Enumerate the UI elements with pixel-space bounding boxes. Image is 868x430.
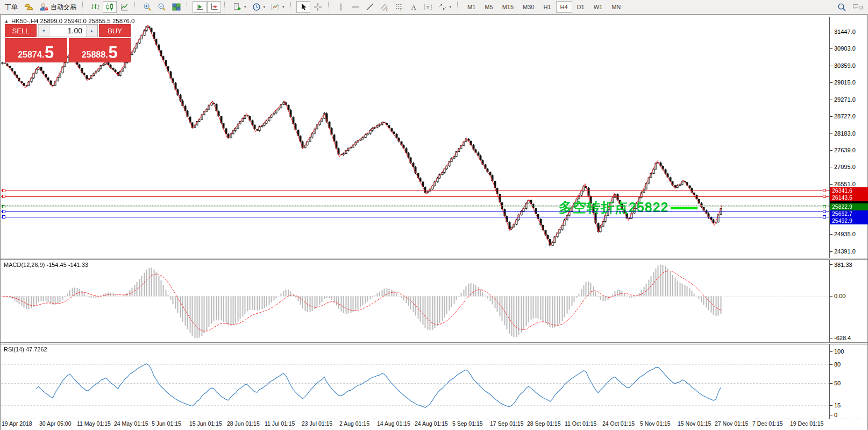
auto-trading-button[interactable]: 自动交易 xyxy=(37,1,79,13)
auto-scroll-button[interactable] xyxy=(193,1,207,13)
vertical-line-button[interactable] xyxy=(334,1,348,13)
volume-increase-button[interactable]: ▲ xyxy=(86,25,97,37)
line-handle-left[interactable] xyxy=(2,215,5,218)
timeframe-w1-button[interactable]: W1 xyxy=(589,1,607,13)
tile-windows-button[interactable] xyxy=(169,1,183,13)
main-toolbar: 丁单 自动交易 ▾ ▾ ▾ E F A T ▾ M1M5M15M30H1H4D1… xyxy=(0,0,868,15)
horizontal-line-25822.9[interactable] xyxy=(1,207,829,207)
price-tick-mark xyxy=(830,32,833,32)
volume-decrease-button[interactable]: ▼ xyxy=(38,25,49,37)
crosshair-button[interactable] xyxy=(311,1,325,13)
price-tick-label: 31447.0 xyxy=(834,29,856,35)
date-label: 17 Sep 01:15 xyxy=(490,420,523,427)
rsi-tick-mark xyxy=(830,351,833,352)
date-label: 24 Aug 01:15 xyxy=(415,420,448,427)
macd-indicator-canvas[interactable] xyxy=(1,260,829,342)
timeframe-m1-button[interactable]: M1 xyxy=(463,1,480,13)
rsi-tick-mark xyxy=(830,383,833,384)
trendline-icon xyxy=(366,3,374,11)
highlight-segment xyxy=(671,207,698,209)
label-icon: T xyxy=(424,3,432,11)
new-order-button[interactable]: 丁单 xyxy=(2,1,20,13)
arrows-button[interactable]: ▾ xyxy=(436,1,454,13)
line-handle-left[interactable] xyxy=(2,210,5,213)
bar-chart-button[interactable] xyxy=(88,1,102,13)
line-handle-right[interactable] xyxy=(823,205,826,208)
rsi-tick-label: 50 xyxy=(834,380,841,386)
line-handle-right[interactable] xyxy=(823,210,826,213)
svg-text:E: E xyxy=(386,8,389,12)
new-order-label: 丁单 xyxy=(5,3,18,12)
timeframe-d1-button[interactable]: D1 xyxy=(573,1,589,13)
timeframe-m5-button[interactable]: M5 xyxy=(480,1,497,13)
zoom-in-button[interactable] xyxy=(140,1,154,13)
vertical-line-icon xyxy=(337,3,345,11)
line-handle-left[interactable] xyxy=(2,205,5,208)
trendline-button[interactable] xyxy=(363,1,377,13)
date-label: 15 Jun 01:15 xyxy=(189,420,222,427)
line-handle-right[interactable] xyxy=(823,189,826,192)
chart-window: ▲ HK50-,H4 25899.0 25940.0 25855.5 25876… xyxy=(0,15,868,430)
cursor-button[interactable] xyxy=(296,1,310,13)
macd-tick-label: -628.4 xyxy=(834,335,851,341)
date-label: 23 Jul 01:15 xyxy=(302,420,332,427)
indicators-icon xyxy=(233,3,241,11)
buy-price-button[interactable]: 25888.5 xyxy=(69,38,131,62)
zoom-out-icon xyxy=(158,3,166,11)
timeframe-h4-button[interactable]: H4 xyxy=(556,1,572,13)
chart-shift-button[interactable] xyxy=(207,1,221,13)
buy-button[interactable]: BUY xyxy=(99,24,131,37)
candlestick-chart-button[interactable] xyxy=(103,1,117,13)
toolbar-separator xyxy=(187,2,190,12)
fibonacci-button[interactable]: F xyxy=(392,1,406,13)
gold-symbol-button[interactable] xyxy=(21,1,36,13)
price-tick-label: 29815.0 xyxy=(834,79,856,86)
horizontal-line-25662.7[interactable] xyxy=(1,212,829,212)
timeframe-m30-button[interactable]: M30 xyxy=(518,1,538,13)
periods-button[interactable]: ▾ xyxy=(250,1,268,13)
tile-windows-icon xyxy=(172,3,181,11)
chat-button[interactable] xyxy=(850,1,866,13)
text-button[interactable]: A xyxy=(407,1,421,13)
horizontal-line-26143.5[interactable] xyxy=(1,196,829,197)
rsi-indicator-canvas[interactable] xyxy=(1,344,829,418)
panel-separator[interactable] xyxy=(1,258,867,260)
horizontal-line-25492.9[interactable] xyxy=(1,217,829,217)
price-tick-label: 27639.0 xyxy=(834,147,856,153)
text-label-button[interactable]: T xyxy=(421,1,435,13)
zoom-out-button[interactable] xyxy=(155,1,169,13)
macd-tick-label: 381.33 xyxy=(834,262,852,268)
collapse-trade-panel-icon[interactable]: ▲ xyxy=(4,19,9,24)
line-chart-button[interactable] xyxy=(117,1,131,13)
price-tick-label: 30359.0 xyxy=(834,62,856,69)
timeframe-mn-button[interactable]: MN xyxy=(607,1,625,13)
crosshair-icon xyxy=(314,3,322,11)
one-click-trading-panel: SELL ▼ 1.00 ▲ BUY 25874.5 25888.5 xyxy=(5,24,131,62)
price-tick-label: 30903.0 xyxy=(834,45,856,52)
panel-separator[interactable] xyxy=(1,342,867,344)
line-handle-left[interactable] xyxy=(2,195,5,198)
price-tick-label: 28183.0 xyxy=(834,130,856,137)
rsi-tick-mark xyxy=(830,415,833,415)
line-handle-left[interactable] xyxy=(2,189,5,192)
templates-button[interactable]: ▾ xyxy=(268,1,287,13)
date-label: 5 Nov 01:15 xyxy=(640,420,671,427)
date-label: 11 Oct 01:15 xyxy=(565,420,596,427)
price-tick-mark xyxy=(830,234,833,235)
search-button[interactable] xyxy=(835,1,849,13)
date-label: 11 May 01:15 xyxy=(77,420,111,427)
horizontal-line-26341.6[interactable] xyxy=(1,191,829,191)
timeframe-h1-button[interactable]: H1 xyxy=(539,1,555,13)
horizontal-line-button[interactable] xyxy=(348,1,362,13)
line-handle-right[interactable] xyxy=(823,195,826,198)
volume-value[interactable]: 1.00 xyxy=(49,25,86,37)
equidistant-channel-button[interactable]: E xyxy=(378,1,392,13)
line-handle-right[interactable] xyxy=(823,215,826,218)
current-price-line xyxy=(1,205,829,206)
zoom-in-icon xyxy=(143,3,152,11)
rsi-tick-mark xyxy=(830,405,833,406)
indicators-button[interactable]: ▾ xyxy=(230,1,249,13)
timeframe-m15-button[interactable]: M15 xyxy=(498,1,518,13)
sell-button[interactable]: SELL xyxy=(5,24,37,37)
sell-price-button[interactable]: 25874.5 xyxy=(5,38,67,62)
